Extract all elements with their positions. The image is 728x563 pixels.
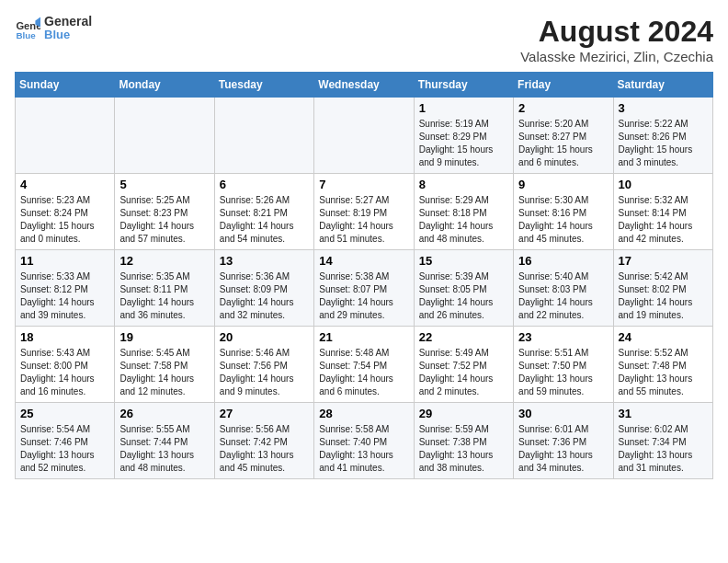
day-info: Sunrise: 5:27 AM Sunset: 8:19 PM Dayligh… <box>319 195 393 244</box>
col-header-tuesday: Tuesday <box>214 73 313 98</box>
day-info: Sunrise: 5:55 AM Sunset: 7:44 PM Dayligh… <box>119 424 194 473</box>
day-info: Sunrise: 5:46 AM Sunset: 7:56 PM Dayligh… <box>220 348 294 396</box>
day-cell: 28Sunrise: 5:58 AM Sunset: 7:40 PM Dayli… <box>314 403 414 479</box>
day-cell: 11Sunrise: 5:33 AM Sunset: 8:12 PM Dayli… <box>16 250 115 327</box>
week-row-2: 4Sunrise: 5:23 AM Sunset: 8:24 PM Daylig… <box>16 174 713 250</box>
day-cell: 7Sunrise: 5:27 AM Sunset: 8:19 PM Daylig… <box>314 174 414 250</box>
day-number: 24 <box>619 330 708 344</box>
day-cell: 29Sunrise: 5:59 AM Sunset: 7:38 PM Dayli… <box>414 403 513 479</box>
day-info: Sunrise: 6:02 AM Sunset: 7:34 PM Dayligh… <box>619 424 693 473</box>
day-info: Sunrise: 5:49 AM Sunset: 7:52 PM Dayligh… <box>419 348 494 396</box>
svg-text:Blue: Blue <box>16 30 36 40</box>
header-row: SundayMondayTuesdayWednesdayThursdayFrid… <box>16 73 713 98</box>
week-row-4: 18Sunrise: 5:43 AM Sunset: 8:00 PM Dayli… <box>16 327 713 403</box>
day-cell <box>314 98 414 174</box>
logo: General Blue General Blue <box>15 15 92 42</box>
day-number: 5 <box>119 178 209 191</box>
col-header-wednesday: Wednesday <box>314 73 414 98</box>
day-info: Sunrise: 5:52 AM Sunset: 7:48 PM Dayligh… <box>619 348 693 396</box>
day-number: 1 <box>419 101 508 115</box>
day-cell: 16Sunrise: 5:40 AM Sunset: 8:03 PM Dayli… <box>514 250 613 327</box>
day-info: Sunrise: 5:54 AM Sunset: 7:46 PM Dayligh… <box>20 424 95 473</box>
day-cell: 15Sunrise: 5:39 AM Sunset: 8:05 PM Dayli… <box>414 250 513 327</box>
day-cell: 19Sunrise: 5:45 AM Sunset: 7:58 PM Dayli… <box>115 327 214 403</box>
day-cell: 5Sunrise: 5:25 AM Sunset: 8:23 PM Daylig… <box>115 174 214 250</box>
day-info: Sunrise: 5:26 AM Sunset: 8:21 PM Dayligh… <box>220 195 294 244</box>
day-number: 31 <box>619 407 708 420</box>
day-cell: 26Sunrise: 5:55 AM Sunset: 7:44 PM Dayli… <box>115 403 214 479</box>
day-info: Sunrise: 5:20 AM Sunset: 8:27 PM Dayligh… <box>518 119 593 167</box>
page-title: August 2024 <box>520 15 713 49</box>
logo-blue: Blue <box>44 29 92 41</box>
day-number: 14 <box>319 254 408 268</box>
calendar-header: SundayMondayTuesdayWednesdayThursdayFrid… <box>16 73 713 98</box>
logo-icon: General Blue <box>15 16 40 41</box>
day-number: 28 <box>319 407 408 420</box>
day-info: Sunrise: 5:30 AM Sunset: 8:16 PM Dayligh… <box>518 195 593 244</box>
day-info: Sunrise: 5:19 AM Sunset: 8:29 PM Dayligh… <box>419 119 494 167</box>
day-cell: 2Sunrise: 5:20 AM Sunset: 8:27 PM Daylig… <box>514 98 613 174</box>
day-cell: 18Sunrise: 5:43 AM Sunset: 8:00 PM Dayli… <box>16 327 115 403</box>
day-info: Sunrise: 5:36 AM Sunset: 8:09 PM Dayligh… <box>220 271 294 320</box>
day-info: Sunrise: 5:39 AM Sunset: 8:05 PM Dayligh… <box>419 271 494 320</box>
day-number: 21 <box>319 330 408 344</box>
day-cell <box>214 98 313 174</box>
day-info: Sunrise: 5:22 AM Sunset: 8:26 PM Dayligh… <box>619 119 693 167</box>
day-info: Sunrise: 5:48 AM Sunset: 7:54 PM Dayligh… <box>319 348 393 396</box>
calendar-body: 1Sunrise: 5:19 AM Sunset: 8:29 PM Daylig… <box>16 98 713 479</box>
day-number: 3 <box>619 101 708 115</box>
day-number: 13 <box>220 254 309 268</box>
col-header-thursday: Thursday <box>414 73 513 98</box>
day-number: 6 <box>220 178 309 191</box>
day-cell: 12Sunrise: 5:35 AM Sunset: 8:11 PM Dayli… <box>115 250 214 327</box>
day-cell: 20Sunrise: 5:46 AM Sunset: 7:56 PM Dayli… <box>214 327 313 403</box>
day-number: 17 <box>619 254 708 268</box>
col-header-sunday: Sunday <box>16 73 115 98</box>
day-info: Sunrise: 5:40 AM Sunset: 8:03 PM Dayligh… <box>518 271 593 320</box>
day-number: 16 <box>518 254 608 268</box>
day-info: Sunrise: 5:59 AM Sunset: 7:38 PM Dayligh… <box>419 424 494 473</box>
day-cell: 3Sunrise: 5:22 AM Sunset: 8:26 PM Daylig… <box>613 98 712 174</box>
day-info: Sunrise: 5:51 AM Sunset: 7:50 PM Dayligh… <box>518 348 593 396</box>
day-cell: 14Sunrise: 5:38 AM Sunset: 8:07 PM Dayli… <box>314 250 414 327</box>
day-info: Sunrise: 5:35 AM Sunset: 8:11 PM Dayligh… <box>119 271 194 320</box>
day-cell: 8Sunrise: 5:29 AM Sunset: 8:18 PM Daylig… <box>414 174 513 250</box>
calendar-table: SundayMondayTuesdayWednesdayThursdayFrid… <box>15 72 713 479</box>
day-cell: 31Sunrise: 6:02 AM Sunset: 7:34 PM Dayli… <box>613 403 712 479</box>
col-header-monday: Monday <box>115 73 214 98</box>
day-number: 23 <box>518 330 608 344</box>
day-cell: 30Sunrise: 6:01 AM Sunset: 7:36 PM Dayli… <box>514 403 613 479</box>
day-info: Sunrise: 5:58 AM Sunset: 7:40 PM Dayligh… <box>319 424 393 473</box>
day-info: Sunrise: 6:01 AM Sunset: 7:36 PM Dayligh… <box>518 424 593 473</box>
day-cell <box>16 98 115 174</box>
day-info: Sunrise: 5:32 AM Sunset: 8:14 PM Dayligh… <box>619 195 693 244</box>
day-number: 20 <box>220 330 309 344</box>
day-number: 26 <box>119 407 209 420</box>
day-info: Sunrise: 5:25 AM Sunset: 8:23 PM Dayligh… <box>119 195 194 244</box>
day-number: 27 <box>220 407 309 420</box>
day-cell: 9Sunrise: 5:30 AM Sunset: 8:16 PM Daylig… <box>514 174 613 250</box>
day-cell: 25Sunrise: 5:54 AM Sunset: 7:46 PM Dayli… <box>16 403 115 479</box>
page-subtitle: Valasske Mezirici, Zlin, Czechia <box>520 49 713 64</box>
day-info: Sunrise: 5:29 AM Sunset: 8:18 PM Dayligh… <box>419 195 494 244</box>
day-cell: 1Sunrise: 5:19 AM Sunset: 8:29 PM Daylig… <box>414 98 513 174</box>
day-cell: 10Sunrise: 5:32 AM Sunset: 8:14 PM Dayli… <box>613 174 712 250</box>
day-number: 9 <box>518 178 608 191</box>
day-cell: 22Sunrise: 5:49 AM Sunset: 7:52 PM Dayli… <box>414 327 513 403</box>
day-info: Sunrise: 5:33 AM Sunset: 8:12 PM Dayligh… <box>20 271 95 320</box>
day-number: 19 <box>119 330 209 344</box>
day-number: 7 <box>319 178 408 191</box>
col-header-saturday: Saturday <box>613 73 712 98</box>
day-cell: 6Sunrise: 5:26 AM Sunset: 8:21 PM Daylig… <box>214 174 313 250</box>
day-number: 2 <box>518 101 608 115</box>
day-cell: 27Sunrise: 5:56 AM Sunset: 7:42 PM Dayli… <box>214 403 313 479</box>
day-info: Sunrise: 5:42 AM Sunset: 8:02 PM Dayligh… <box>619 271 693 320</box>
week-row-5: 25Sunrise: 5:54 AM Sunset: 7:46 PM Dayli… <box>16 403 713 479</box>
week-row-1: 1Sunrise: 5:19 AM Sunset: 8:29 PM Daylig… <box>16 98 713 174</box>
day-number: 12 <box>119 254 209 268</box>
day-info: Sunrise: 5:45 AM Sunset: 7:58 PM Dayligh… <box>119 348 194 396</box>
day-number: 22 <box>419 330 508 344</box>
day-cell: 4Sunrise: 5:23 AM Sunset: 8:24 PM Daylig… <box>16 174 115 250</box>
day-cell <box>115 98 214 174</box>
week-row-3: 11Sunrise: 5:33 AM Sunset: 8:12 PM Dayli… <box>16 250 713 327</box>
